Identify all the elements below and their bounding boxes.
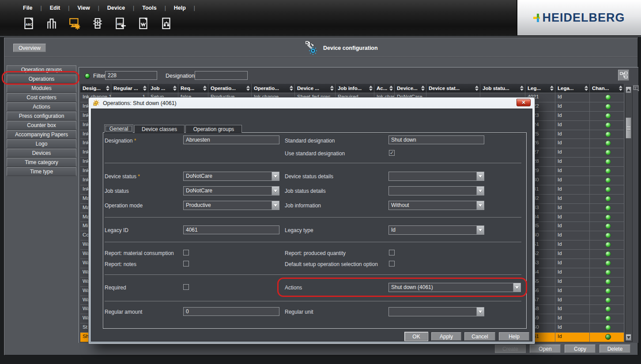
help-button[interactable]: Help	[499, 332, 529, 341]
sidebar-item-operation-groups[interactable]: Operation groups	[7, 65, 76, 74]
actions-dropdown[interactable]: Shut down (4061)	[388, 283, 521, 292]
column-header-10[interactable]: Device stat...	[426, 84, 480, 93]
sidebar-item-accompanying-papers[interactable]: Accompanying Papers	[7, 130, 76, 139]
regular-unit-dropdown[interactable]	[388, 307, 484, 316]
table-cell: Id	[555, 148, 590, 158]
dialog-titlebar[interactable]: Operations: Shut down (4061)	[93, 99, 177, 108]
column-header-2[interactable]: Job ...	[148, 84, 178, 93]
column-header-11[interactable]: Job statu...	[480, 84, 525, 93]
table-options-icon[interactable]	[633, 85, 640, 92]
press-icon[interactable]	[91, 16, 104, 31]
column-header-14[interactable]: Chan...	[590, 84, 624, 93]
changed-status-icon	[606, 251, 611, 256]
chart-icon[interactable]	[45, 16, 58, 31]
legacy-id-input[interactable]	[183, 225, 279, 234]
scroll-down-button[interactable]	[626, 334, 631, 341]
column-header-12[interactable]: Leg...	[525, 84, 555, 93]
designation-input[interactable]	[183, 135, 279, 144]
table-cell-changed	[590, 93, 624, 102]
device-status-details-dropdown[interactable]	[388, 172, 484, 181]
tab-device-classes[interactable]: Device classes	[134, 125, 185, 133]
column-header-6[interactable]: Device ...	[295, 84, 336, 93]
regular-amount-input[interactable]	[183, 307, 279, 316]
tab-general[interactable]: General	[104, 124, 133, 133]
column-header-7[interactable]: Job info...	[336, 84, 374, 93]
device-status-dropdown[interactable]: DoNotCare	[183, 172, 279, 181]
device-configuration-icon[interactable]	[68, 16, 81, 31]
sidebar-item-counter-box[interactable]: Counter box	[7, 121, 76, 130]
scroll-up-button[interactable]	[626, 86, 631, 93]
menu-edit[interactable]: Edit	[46, 4, 64, 12]
menu-help[interactable]: Help	[170, 4, 189, 12]
table-cell: Id	[555, 213, 590, 222]
sidebar-item-time-category[interactable]: Time category	[7, 158, 76, 167]
device-status-label: Device status *	[105, 173, 140, 180]
column-header-4[interactable]: Operatio...	[208, 84, 252, 93]
overview-tab[interactable]: Overview	[13, 44, 46, 52]
designation-label: Designation *	[105, 138, 136, 144]
column-header-label: Lega...	[558, 86, 573, 91]
column-header-1[interactable]: Regular ...	[111, 84, 148, 93]
abc-document-icon[interactable]: ABC	[22, 16, 35, 31]
standard-designation-input[interactable]	[388, 135, 484, 144]
column-header-13[interactable]: Lega...	[555, 84, 590, 93]
menu-tools[interactable]: Tools	[139, 4, 160, 12]
dialog-close-button[interactable]: ✕	[517, 99, 531, 106]
filter-input[interactable]	[105, 71, 157, 80]
column-tree-icon[interactable]	[618, 70, 629, 81]
chevron-down-icon[interactable]	[476, 172, 484, 180]
menu-file[interactable]: File	[19, 4, 36, 12]
sidebar-item-cost-centers[interactable]: Cost centers	[7, 93, 76, 102]
chevron-down-icon[interactable]	[476, 308, 484, 316]
job-status-details-dropdown[interactable]	[388, 186, 484, 195]
column-header-3[interactable]: Req...	[178, 84, 208, 93]
designation-filter-input[interactable]	[195, 71, 248, 80]
changed-status-icon	[606, 261, 611, 266]
column-header-5[interactable]: Operatio...	[252, 84, 295, 93]
report-material-checkbox[interactable]	[183, 250, 189, 255]
column-header-0[interactable]: Desig...	[80, 84, 111, 93]
chevron-down-icon[interactable]	[513, 283, 520, 292]
column-header-9[interactable]: Device...	[395, 84, 426, 93]
sidebar-item-devices[interactable]: Devices	[7, 149, 76, 158]
sidebar-item-press-configuration[interactable]: Press configuration	[7, 112, 76, 120]
apply-button[interactable]: Apply	[431, 332, 461, 341]
chevron-down-icon[interactable]	[476, 187, 484, 195]
menu-view[interactable]: View	[74, 4, 93, 12]
chevron-down-icon[interactable]	[271, 187, 279, 195]
cancel-button[interactable]: Cancel	[464, 332, 495, 341]
chevron-down-icon[interactable]	[476, 201, 484, 210]
sidebar-item-modules[interactable]: Modules	[7, 84, 76, 93]
check-document-icon[interactable]	[137, 16, 150, 31]
chevron-down-icon[interactable]	[476, 226, 484, 234]
form-separator	[105, 217, 521, 218]
delete-button[interactable]: Delete	[600, 345, 630, 353]
chevron-down-icon[interactable]	[271, 201, 279, 210]
default-setup-checkbox[interactable]	[389, 261, 395, 266]
sidebar-item-time-type[interactable]: Time type	[7, 167, 76, 176]
use-standard-designation-checkbox[interactable]: ✓	[389, 150, 395, 156]
ok-button[interactable]: OK	[405, 332, 428, 341]
job-status-dropdown[interactable]: DoNotCare	[183, 186, 279, 195]
copy-button[interactable]: Copy	[565, 345, 596, 353]
table-cell: Id	[555, 259, 590, 268]
abc-import-icon[interactable]: ABC	[114, 16, 127, 31]
legacy-type-dropdown[interactable]: Id	[388, 225, 484, 235]
menu-device[interactable]: Device	[104, 4, 128, 12]
job-information-dropdown[interactable]: Without	[388, 201, 484, 210]
sidebar-item-logo[interactable]: Logo	[7, 139, 76, 148]
required-checkbox[interactable]	[183, 284, 189, 290]
tab-operation-groups[interactable]: Operation groups	[185, 125, 242, 133]
report-notes-checkbox[interactable]	[183, 261, 189, 266]
column-header-8[interactable]: Ac...	[374, 84, 395, 93]
chevron-down-icon[interactable]	[271, 172, 279, 180]
open-button[interactable]: Open	[530, 345, 561, 353]
report-quantity-checkbox[interactable]	[389, 250, 395, 255]
linked-document-icon[interactable]	[160, 16, 173, 31]
sidebar-item-operations[interactable]: Operations	[7, 75, 76, 83]
sidebar-item-actions[interactable]: Actions	[7, 102, 76, 111]
scroll-thumb[interactable]	[626, 117, 631, 139]
table-cell-changed	[590, 185, 624, 195]
form-separator	[105, 163, 521, 163]
operation-mode-dropdown[interactable]: Productive	[183, 201, 279, 210]
